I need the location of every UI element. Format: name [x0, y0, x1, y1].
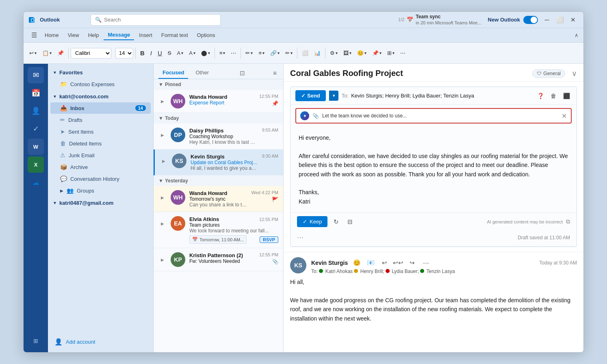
add-account-button[interactable]: 👤 Add account: [48, 335, 153, 349]
forward-all-icon[interactable]: 📧: [365, 257, 376, 269]
folder-groups[interactable]: ▶ 👥 Groups: [50, 185, 151, 196]
nav-todo-icon[interactable]: ✓: [28, 121, 44, 137]
delete-compose-icon[interactable]: 🗑: [548, 91, 559, 101]
hamburger-menu-icon[interactable]: ☰: [28, 30, 40, 41]
email-item-kristin[interactable]: ▶ KP Kristin Patternson (2) Fw: Voluntee…: [154, 248, 283, 271]
folder-inbox[interactable]: 📥 Inbox 14: [50, 102, 151, 114]
folder-archive[interactable]: 📦 Archive: [50, 161, 151, 173]
image-btn[interactable]: 🖼▾: [341, 46, 354, 61]
nav-calendar-icon[interactable]: 📅: [28, 85, 44, 101]
inktobg-btn[interactable]: ⊞▾: [385, 46, 397, 61]
expand-icon[interactable]: ▶: [158, 128, 167, 142]
reply-all-icon[interactable]: ↩↩: [392, 257, 404, 269]
sort-icon[interactable]: ≡: [271, 68, 278, 78]
nav-word-icon[interactable]: W: [28, 139, 44, 155]
maximize-icon[interactable]: ⬜: [554, 14, 566, 26]
favorites-header[interactable]: ▼ Favorites: [48, 67, 153, 78]
paste-button[interactable]: 📋▾: [40, 46, 54, 61]
popout-icon[interactable]: ⬛: [561, 91, 572, 101]
italic-button[interactable]: I: [148, 46, 154, 61]
expand-icon[interactable]: ▶: [158, 94, 167, 108]
email-item-wanda-sync[interactable]: ▶ WH Wanda Howard Tomorrow's sync Can yo…: [154, 186, 283, 212]
forward-icon[interactable]: ↪: [406, 257, 418, 269]
paragraph-button[interactable]: ≡▾: [217, 46, 228, 61]
minimize-icon[interactable]: ─: [541, 14, 553, 26]
settings-btn[interactable]: ⚙▾: [327, 46, 340, 61]
to-recipients[interactable]: Kevin Sturgis; Henry Brill; Lydia Bauer;…: [351, 93, 474, 99]
nav-excel-icon[interactable]: X: [28, 156, 44, 173]
tab-focused[interactable]: Focused: [158, 67, 188, 79]
tab-format-text[interactable]: Format text: [157, 30, 192, 40]
keep-button[interactable]: ✓ Keep: [297, 216, 327, 227]
tab-home[interactable]: Home: [41, 30, 63, 40]
tab-insert[interactable]: Insert: [135, 30, 156, 40]
flag-btn[interactable]: 📌▾: [370, 46, 384, 61]
tab-message[interactable]: Message: [104, 30, 134, 40]
account-header-contoso[interactable]: ▼ katri@contoso.com: [48, 91, 153, 102]
emoji-react-icon[interactable]: 😊: [351, 257, 362, 269]
copy-ai-icon[interactable]: ⧉: [566, 218, 570, 225]
send-button[interactable]: ✓ Send: [295, 90, 326, 101]
collapse-reading-icon[interactable]: ∨: [572, 69, 577, 78]
filter-icon[interactable]: ⊡: [238, 68, 247, 78]
font-family-select[interactable]: Calibri: [71, 48, 111, 58]
underline-button[interactable]: U: [155, 46, 165, 61]
new-outlook-toggle[interactable]: New Outlook: [488, 16, 538, 24]
folder-contoso-expenses[interactable]: 📁 Contoso Expenses: [50, 78, 151, 90]
adjust-icon[interactable]: ⊟: [345, 217, 355, 227]
nav-apps-icon[interactable]: ⊞: [28, 333, 44, 349]
folder-conversation-history[interactable]: 💬 Conversation History: [50, 173, 151, 184]
font-size-select[interactable]: 14: [115, 48, 133, 58]
close-icon[interactable]: ✕: [567, 14, 579, 26]
email-item-elvia[interactable]: ▶ EA Elvia Atkins 12:55 PM Team pictures…: [154, 212, 283, 248]
account-header-gmail[interactable]: ▼ katri0487@gmail.com: [48, 197, 153, 208]
apps-button[interactable]: ⬜: [299, 46, 311, 61]
ribbon-collapse-icon[interactable]: ∧: [574, 32, 579, 38]
draw-button[interactable]: ✏▾: [283, 46, 295, 61]
link-button[interactable]: 🔗▾: [268, 46, 282, 61]
folder-drafts[interactable]: ✏ Drafts: [50, 114, 151, 126]
strikethrough-button[interactable]: S: [165, 46, 174, 61]
expand-icon[interactable]: ▶: [158, 252, 167, 267]
nav-onedrive-icon[interactable]: ☁: [28, 174, 44, 191]
rsvp-badge[interactable]: RSVP: [260, 236, 278, 243]
more-email-options-icon[interactable]: ⋯: [420, 257, 431, 269]
tab-help[interactable]: Help: [84, 30, 103, 40]
highlight-color-button[interactable]: A▾: [186, 46, 198, 61]
folder-sent-items[interactable]: ➤ Sent Items: [50, 126, 151, 137]
compose-body[interactable]: Hi everyone, After careful consideration…: [290, 127, 577, 212]
chart-button[interactable]: 📊: [312, 46, 323, 61]
expand-icon[interactable]: ▶: [160, 154, 168, 168]
folder-deleted-items[interactable]: 🗑 Deleted Items: [50, 138, 151, 149]
alignment-button[interactable]: ≡▾: [256, 46, 267, 61]
email-item-wanda-expense[interactable]: ▶ WH Wanda Howard Expense Report 12:55 P…: [154, 90, 283, 113]
text-effects-button[interactable]: ⬤▾: [199, 46, 212, 61]
nav-mail-icon[interactable]: ✉: [28, 67, 44, 83]
email-item-kevin[interactable]: ▶ KS Kevin Sturgis Update on Coral Gable…: [154, 150, 283, 176]
regenerate-icon[interactable]: ↻: [331, 217, 341, 227]
search-bar[interactable]: 🔍: [91, 14, 221, 26]
more2-btn[interactable]: ⋯: [398, 46, 408, 61]
folder-junk-email[interactable]: ⚠ Junk Email: [50, 150, 151, 161]
more-options-icon[interactable]: ⋯: [297, 234, 304, 241]
expand-icon[interactable]: ▶: [158, 216, 167, 231]
font-color-button[interactable]: A▾: [175, 46, 186, 61]
reply-icon[interactable]: ↩: [379, 257, 390, 269]
tab-other[interactable]: Other: [191, 67, 213, 79]
help-icon[interactable]: ❓: [535, 91, 546, 101]
emoji-btn[interactable]: 😊▾: [355, 46, 369, 61]
email-item-daisy[interactable]: ▶ DP Daisy Phillips Coaching Workshop He…: [154, 124, 283, 150]
bold-button[interactable]: B: [138, 46, 147, 61]
close-suggestion-icon[interactable]: ✕: [561, 112, 567, 120]
new-outlook-switch[interactable]: [523, 16, 538, 24]
send-dropdown-button[interactable]: ▾: [329, 91, 338, 101]
tab-options[interactable]: Options: [193, 30, 219, 40]
more-button[interactable]: ⋯: [228, 46, 238, 61]
nav-people-icon[interactable]: 👤: [28, 103, 44, 119]
undo-button[interactable]: ↩▾: [27, 46, 39, 61]
search-input[interactable]: [104, 17, 216, 23]
format-painter-button[interactable]: 📌: [55, 46, 66, 61]
dictate-button[interactable]: ✏▾: [243, 46, 255, 61]
expand-icon[interactable]: ▶: [158, 190, 167, 205]
tab-view[interactable]: View: [64, 30, 83, 40]
